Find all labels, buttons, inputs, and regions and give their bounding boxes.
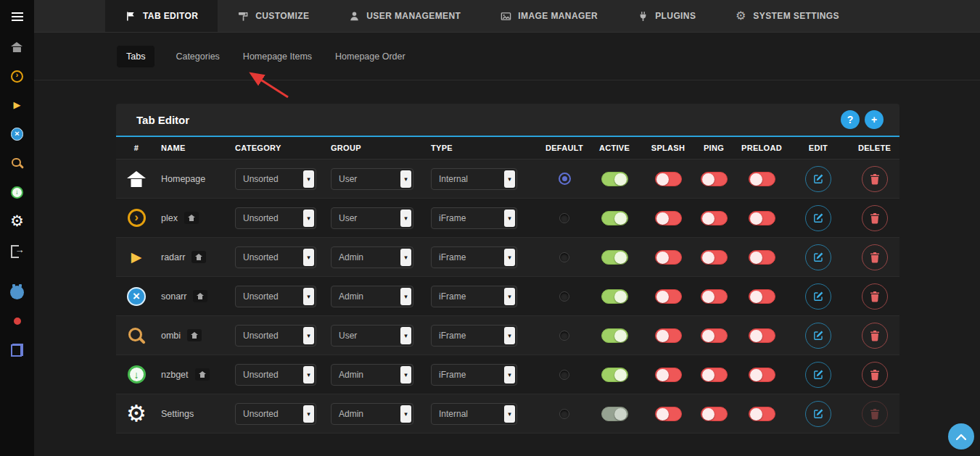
splash-toggle[interactable] (655, 172, 682, 186)
scroll-to-top-button[interactable] (948, 423, 974, 449)
sidebar-item-sonarr[interactable] (0, 120, 34, 149)
preload-toggle[interactable] (749, 407, 775, 421)
preload-toggle[interactable] (749, 328, 775, 343)
default-radio[interactable] (559, 252, 569, 262)
edit-button[interactable] (805, 362, 831, 388)
delete-button[interactable] (862, 205, 888, 231)
delete-button[interactable] (862, 244, 888, 270)
ping-toggle[interactable] (701, 250, 728, 265)
sidebar-item-support[interactable] (0, 307, 34, 336)
active-toggle[interactable] (601, 368, 628, 382)
type-select[interactable]: iFrame ▾ (431, 364, 517, 386)
active-toggle[interactable] (601, 211, 628, 225)
active-toggle[interactable] (601, 328, 628, 343)
default-radio[interactable] (559, 213, 569, 223)
ping-toggle[interactable] (701, 211, 728, 225)
category-select[interactable]: Unsorted ▾ (235, 364, 316, 386)
edit-button[interactable] (805, 323, 831, 349)
active-toggle[interactable] (601, 289, 628, 304)
delete-button[interactable] (862, 401, 888, 427)
sidebar-item-radarr[interactable] (0, 91, 34, 120)
splash-toggle[interactable] (655, 211, 682, 225)
active-toggle[interactable] (601, 250, 628, 265)
ping-toggle[interactable] (701, 289, 728, 304)
edit-button[interactable] (805, 166, 831, 192)
group-select[interactable]: Admin ▾ (331, 364, 413, 386)
preload-toggle[interactable] (749, 211, 775, 225)
default-radio[interactable] (559, 291, 569, 302)
active-toggle[interactable] (601, 172, 628, 186)
tab-customize[interactable]: CUSTOMIZE (218, 0, 329, 32)
group-select[interactable]: User ▾ (331, 207, 413, 229)
category-select[interactable]: Unsorted ▾ (235, 286, 316, 307)
sidebar-item-home[interactable] (0, 33, 34, 62)
sidebar-item-github[interactable] (0, 278, 34, 307)
category-select[interactable]: Unsorted ▾ (235, 168, 316, 190)
type-select[interactable]: iFrame ▾ (431, 246, 517, 268)
sidebar-item-ombi[interactable] (0, 149, 34, 178)
column-header-active: ACTIVE (584, 137, 645, 159)
tab-user-management[interactable]: USER MANAGEMENT (329, 0, 480, 32)
splash-toggle[interactable] (655, 407, 682, 421)
preload-toggle[interactable] (749, 250, 775, 265)
group-select[interactable]: Admin ▾ (331, 403, 413, 425)
type-select[interactable]: Internal ▾ (431, 403, 517, 425)
subtab-homepage-items[interactable]: Homepage Items (241, 46, 314, 67)
delete-button[interactable] (862, 283, 888, 310)
sidebar-item-logout[interactable] (0, 236, 34, 265)
active-toggle[interactable] (601, 407, 628, 421)
column-header-name: NAME (157, 137, 234, 159)
category-select[interactable]: Unsorted ▾ (235, 246, 316, 268)
ping-toggle[interactable] (701, 172, 728, 186)
subtab-homepage-order[interactable]: Homepage Order (333, 46, 408, 67)
sidebar-item-nzbget[interactable] (0, 178, 34, 207)
splash-toggle[interactable] (655, 328, 682, 343)
default-radio[interactable] (559, 370, 569, 380)
delete-button[interactable] (862, 166, 888, 192)
default-radio[interactable] (559, 409, 569, 419)
preload-toggle[interactable] (749, 172, 775, 186)
ping-toggle[interactable] (701, 407, 728, 421)
group-select[interactable]: User ▾ (331, 325, 413, 347)
default-radio[interactable] (559, 173, 571, 185)
type-select[interactable]: iFrame ▾ (431, 325, 517, 347)
type-select[interactable]: iFrame ▾ (431, 207, 517, 229)
edit-button[interactable] (805, 205, 831, 231)
tab-plugins[interactable]: PLUGINS (617, 0, 715, 32)
category-select[interactable]: Unsorted ▾ (235, 207, 316, 229)
preload-toggle[interactable] (749, 368, 775, 382)
tab-image-manager[interactable]: IMAGE MANAGER (480, 0, 617, 32)
category-value: Unsorted (243, 331, 279, 341)
sidebar-item-plex[interactable] (0, 62, 34, 91)
group-select[interactable]: User ▾ (331, 168, 413, 190)
ping-toggle[interactable] (701, 328, 728, 343)
type-select[interactable]: iFrame ▾ (431, 286, 517, 307)
edit-button[interactable] (805, 401, 831, 427)
help-button[interactable]: ? (841, 110, 860, 129)
tab-system-settings[interactable]: ⚙ SYSTEM SETTINGS (715, 0, 859, 32)
splash-toggle[interactable] (655, 289, 682, 304)
add-tab-button[interactable]: + (865, 110, 884, 129)
ping-toggle[interactable] (701, 368, 728, 382)
sidebar-item-docs[interactable] (0, 336, 34, 365)
edit-button[interactable] (805, 283, 831, 310)
splash-toggle[interactable] (655, 368, 682, 382)
preload-toggle[interactable] (749, 289, 775, 304)
tab-tab-editor[interactable]: TAB EDITOR (105, 0, 218, 32)
sidebar-item-settings[interactable] (0, 207, 34, 236)
category-select[interactable]: Unsorted ▾ (235, 325, 316, 347)
tab-label: TAB EDITOR (143, 11, 198, 21)
type-select[interactable]: Internal ▾ (431, 168, 517, 190)
delete-button[interactable] (862, 362, 888, 388)
default-radio[interactable] (559, 331, 569, 341)
group-select[interactable]: Admin ▾ (331, 246, 413, 268)
edit-button[interactable] (805, 244, 831, 270)
panel-title: Tab Editor (136, 114, 189, 126)
menu-button[interactable] (0, 0, 34, 33)
subtab-categories[interactable]: Categories (173, 46, 221, 67)
delete-button[interactable] (862, 323, 888, 349)
category-select[interactable]: Unsorted ▾ (235, 403, 316, 425)
group-select[interactable]: Admin ▾ (331, 286, 413, 307)
subtab-tabs[interactable]: Tabs (117, 46, 155, 67)
splash-toggle[interactable] (655, 250, 682, 265)
